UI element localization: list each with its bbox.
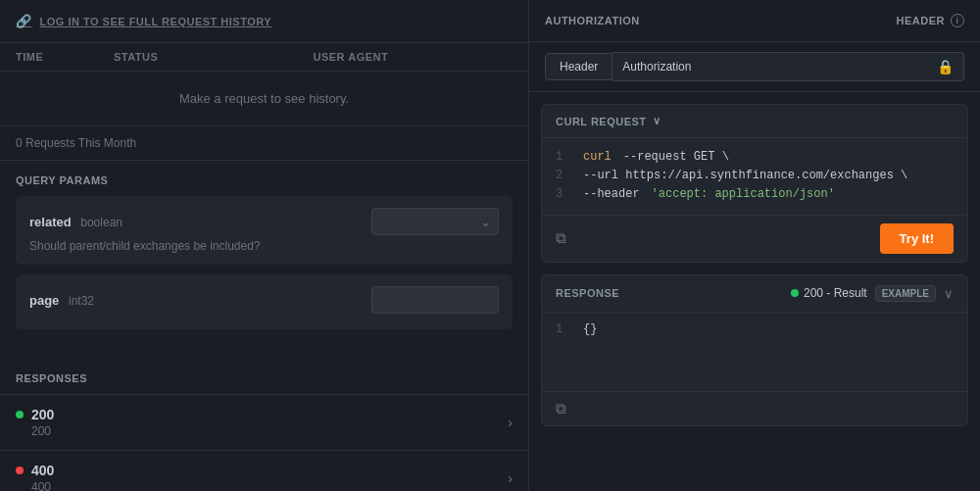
col-time: TIME (16, 51, 114, 63)
param-page: page int32 (16, 274, 513, 329)
response-dropdown-icon[interactable]: ∨ (944, 286, 954, 301)
response-section: RESPONSE 200 - Result EXAMPLE ∨ 1 {} ⧉ (541, 274, 968, 426)
dot-200 (16, 411, 24, 418)
param-page-label: page int32 (29, 293, 94, 308)
response-body: 1 {} (542, 313, 967, 391)
auth-input-value: Authorization (622, 60, 691, 74)
dot-400 (16, 466, 24, 474)
response-copy-icon[interactable]: ⧉ (556, 400, 566, 417)
chevron-200: › (508, 415, 513, 430)
right-panel: AUTHORIZATION HEADER i Header Authorizat… (529, 0, 980, 491)
curl-title: CURL REQUEST (556, 116, 647, 127)
auth-input-field[interactable]: Authorization 🔒 (612, 52, 964, 81)
requests-month: 0 Requests This Month (0, 126, 528, 161)
auth-input-row: Header Authorization 🔒 (529, 42, 980, 92)
curl-chevron: ∨ (653, 115, 662, 127)
responses-title: RESPONSES (0, 359, 528, 394)
responses-section: RESPONSES 200 200 › 400 400 › (0, 359, 528, 491)
related-select-wrapper: true false (371, 208, 499, 235)
response-200-left: 200 200 (16, 407, 54, 438)
query-params-section: related boolean true false Should parent… (0, 196, 528, 339)
col-user-agent: USER AGENT (314, 51, 514, 63)
response-section-title: RESPONSE (556, 287, 619, 299)
line-num-1: 1 (556, 148, 571, 167)
curl-line-3: 3 --header 'accept: application/json' (556, 185, 954, 204)
response-400-left: 400 400 (16, 463, 54, 491)
param-related-label: related boolean (29, 215, 122, 229)
line-num-2: 2 (556, 167, 571, 185)
try-it-button[interactable]: Try It! (880, 223, 954, 254)
auth-header: AUTHORIZATION HEADER i (529, 0, 980, 42)
auth-title: AUTHORIZATION (545, 15, 640, 26)
table-header: TIME STATUS USER AGENT (0, 43, 528, 72)
lock-icon: 🔒 (937, 59, 954, 74)
history-link-text[interactable]: LOG IN TO SEE FULL REQUEST HISTORY (40, 16, 272, 27)
history-header[interactable]: 🔗 LOG IN TO SEE FULL REQUEST HISTORY (0, 0, 528, 43)
curl-body: 1 curl --request GET \ 2 --url https://a… (542, 138, 967, 215)
copy-icon[interactable]: ⧉ (556, 229, 566, 247)
response-line-1: 1 {} (556, 322, 954, 336)
curl-line-2: 2 --url https://api.synthfinance.com/exc… (556, 167, 954, 185)
auth-tab[interactable]: Header (545, 53, 612, 80)
col-status: STATUS (114, 51, 314, 63)
dot-response (791, 289, 799, 297)
header-text: HEADER (897, 15, 945, 26)
curl-section: CURL REQUEST ∨ 1 curl --request GET \ 2 … (541, 104, 968, 263)
response-meta: 200 - Result EXAMPLE ∨ (791, 285, 954, 302)
left-panel: 🔗 LOG IN TO SEE FULL REQUEST HISTORY TIM… (0, 0, 529, 491)
response-body-text: {} (583, 322, 597, 336)
related-select[interactable]: true false (371, 208, 499, 235)
header-label-row: HEADER i (897, 14, 964, 27)
history-empty: Make a request to see history. (0, 72, 528, 126)
response-footer: ⧉ (542, 391, 967, 425)
param-related-desc: Should parent/child exchanges be include… (29, 239, 499, 253)
param-related: related boolean true false Should parent… (16, 196, 513, 265)
example-badge[interactable]: EXAMPLE (875, 285, 936, 302)
status-200-row: 200 - Result (791, 286, 867, 300)
response-section-header: RESPONSE 200 - Result EXAMPLE ∨ (542, 275, 967, 313)
response-400[interactable]: 400 400 › (0, 450, 528, 491)
query-params-title: QUERY PARAMS (0, 161, 528, 196)
page-input[interactable] (371, 286, 499, 314)
curl-footer: ⧉ Try It! (542, 215, 967, 262)
chevron-400: › (508, 470, 513, 486)
response-line-num: 1 (556, 322, 571, 336)
curl-line-1: 1 curl --request GET \ (556, 148, 954, 167)
response-200[interactable]: 200 200 › (0, 394, 528, 450)
info-icon[interactable]: i (951, 14, 964, 27)
line-num-3: 3 (556, 185, 571, 204)
curl-header[interactable]: CURL REQUEST ∨ (542, 105, 967, 138)
link-icon: 🔗 (16, 14, 32, 28)
response-status-text: 200 - Result (804, 286, 867, 300)
